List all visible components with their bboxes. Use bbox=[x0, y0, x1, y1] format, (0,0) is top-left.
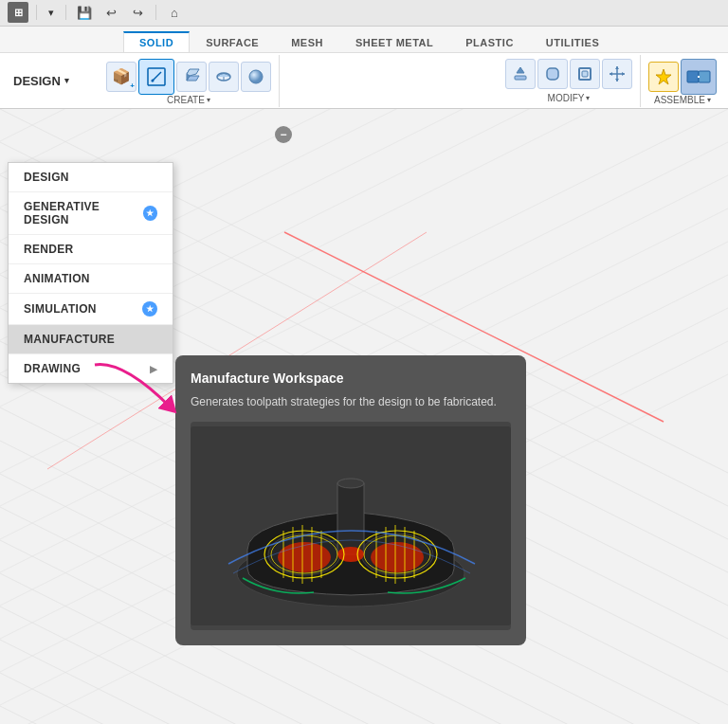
svg-marker-5 bbox=[187, 69, 199, 76]
tab-mesh[interactable]: MESH bbox=[275, 32, 339, 52]
menu-item-drawing[interactable]: DRAWING ▶ bbox=[9, 354, 173, 383]
fillet-btn[interactable] bbox=[537, 59, 568, 89]
separator3 bbox=[155, 5, 156, 20]
simulation-badge: ★ bbox=[142, 301, 157, 317]
svg-point-7 bbox=[249, 70, 263, 83]
design-caret: ▾ bbox=[64, 76, 69, 85]
create-caret: ▾ bbox=[207, 96, 210, 104]
modify-section: MODIFY ▾ bbox=[498, 55, 641, 107]
assemble-section: ASSEMBLE ▾ bbox=[641, 55, 724, 107]
home-btn[interactable]: ⌂ bbox=[164, 2, 185, 23]
toolbar: ⊞ ▾ 💾 ↩ ↪ ⌂ SOLID SURFACE MESH SHEET MET… bbox=[0, 0, 728, 109]
manufacture-preview-image bbox=[191, 422, 511, 630]
tab-surface[interactable]: SURFACE bbox=[190, 32, 275, 52]
tooltip-title: Manufacture Workspace bbox=[191, 371, 511, 386]
svg-rect-10 bbox=[547, 68, 558, 80]
svg-marker-18 bbox=[622, 72, 625, 76]
design-label: DESIGN bbox=[13, 74, 61, 88]
tooltip-description: Generates toolpath strategies for the de… bbox=[191, 393, 511, 410]
create-section: 📦 + bbox=[99, 55, 280, 107]
svg-point-75 bbox=[337, 547, 364, 562]
save-btn[interactable]: 💾 bbox=[74, 2, 95, 23]
assemble-special-btn[interactable] bbox=[648, 62, 679, 92]
move-btn[interactable] bbox=[602, 59, 632, 89]
sketch-btn[interactable] bbox=[138, 59, 174, 95]
tab-plastic[interactable]: PLASTIC bbox=[449, 32, 530, 52]
generative-design-badge: ★ bbox=[143, 206, 157, 221]
top-bar: ⊞ ▾ 💾 ↩ ↪ ⌂ bbox=[0, 0, 728, 27]
manufacture-tooltip: Manufacture Workspace Generates toolpath… bbox=[175, 355, 526, 645]
main-canvas-area: − DESIGN GENERATIVE DESIGN ★ RENDER ANIM… bbox=[0, 109, 728, 724]
new-component-btn[interactable]: 📦 + bbox=[106, 62, 136, 92]
assemble-label[interactable]: ASSEMBLE ▾ bbox=[654, 95, 711, 105]
svg-rect-8 bbox=[515, 76, 526, 80]
svg-marker-17 bbox=[610, 72, 612, 76]
view-badge[interactable]: − bbox=[275, 126, 292, 143]
svg-marker-15 bbox=[615, 66, 619, 69]
joint-btn[interactable] bbox=[681, 59, 717, 95]
tab-utilities[interactable]: UTILITIES bbox=[530, 32, 615, 52]
modify-label[interactable]: MODIFY ▾ bbox=[548, 93, 591, 103]
separator bbox=[36, 5, 37, 20]
menu-item-generative-design[interactable]: GENERATIVE DESIGN ★ bbox=[9, 192, 173, 234]
svg-marker-19 bbox=[656, 69, 671, 84]
press-pull-btn[interactable] bbox=[505, 59, 536, 89]
svg-point-72 bbox=[371, 542, 424, 572]
sphere-btn[interactable] bbox=[241, 62, 271, 92]
menu-item-animation[interactable]: ANIMATION bbox=[9, 264, 173, 293]
svg-rect-21 bbox=[699, 71, 710, 82]
menu-item-design[interactable]: DESIGN bbox=[9, 163, 173, 191]
modify-tools bbox=[505, 59, 632, 89]
undo-btn[interactable]: ↩ bbox=[100, 2, 121, 23]
tab-bar: SOLID SURFACE MESH SHEET METAL PLASTIC U… bbox=[0, 27, 728, 53]
modify-caret: ▾ bbox=[586, 94, 590, 102]
menu-item-render[interactable]: RENDER bbox=[9, 235, 173, 263]
extrude-btn[interactable] bbox=[176, 62, 207, 92]
svg-point-71 bbox=[278, 542, 331, 572]
tab-solid[interactable]: SOLID bbox=[123, 31, 190, 52]
svg-point-74 bbox=[337, 479, 364, 488]
svg-point-2 bbox=[152, 79, 155, 81]
app-icon[interactable]: ⊞ bbox=[8, 2, 28, 23]
file-menu-btn[interactable]: ▾ bbox=[45, 5, 58, 21]
workspace-dropdown: DESIGN GENERATIVE DESIGN ★ RENDER ANIMAT… bbox=[8, 162, 173, 384]
tab-sheetmetal[interactable]: SHEET METAL bbox=[339, 32, 449, 52]
svg-rect-73 bbox=[337, 483, 364, 554]
svg-rect-20 bbox=[687, 71, 699, 82]
svg-marker-9 bbox=[517, 67, 524, 73]
svg-marker-16 bbox=[615, 79, 619, 81]
svg-rect-12 bbox=[582, 71, 588, 77]
revolve-btn[interactable] bbox=[209, 62, 239, 92]
create-label[interactable]: CREATE ▾ bbox=[167, 95, 210, 105]
design-workspace-btn[interactable]: DESIGN ▾ bbox=[4, 70, 99, 92]
menu-item-simulation[interactable]: SIMULATION ★ bbox=[9, 294, 173, 324]
assemble-caret: ▾ bbox=[707, 96, 711, 104]
drawing-arrow: ▶ bbox=[150, 364, 157, 374]
menu-item-manufacture[interactable]: MANUFACTURE bbox=[9, 325, 173, 353]
separator2 bbox=[65, 5, 66, 20]
assemble-tools bbox=[648, 59, 717, 95]
create-tools: 📦 + bbox=[106, 59, 271, 95]
redo-btn[interactable]: ↪ bbox=[127, 2, 148, 23]
ribbon: DESIGN ▾ 📦 + bbox=[0, 52, 728, 108]
shell-btn[interactable] bbox=[570, 59, 600, 89]
